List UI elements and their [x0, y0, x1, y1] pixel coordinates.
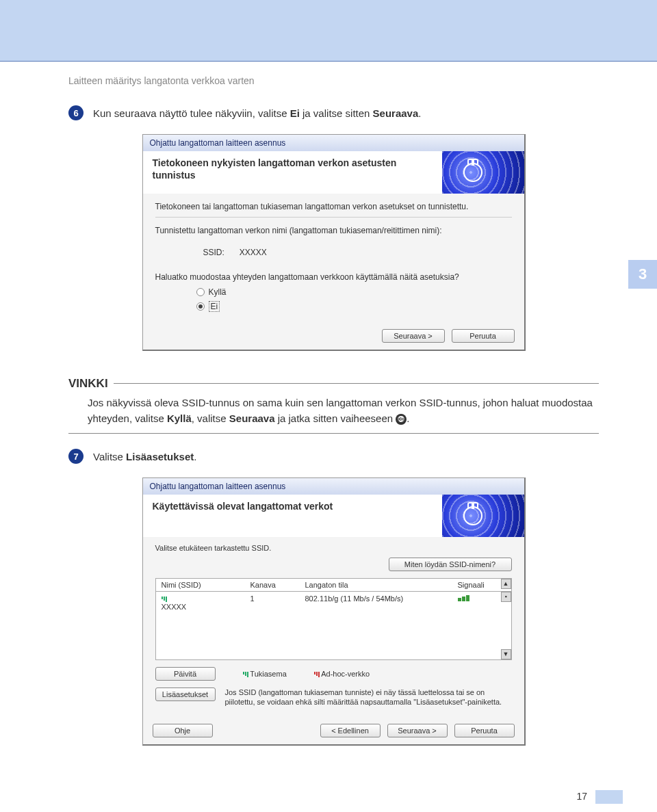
dialog-available-networks: Ohjattu langattoman laitteen asennus Käy… [142, 477, 526, 746]
question-text: Haluatko muodostaa yhteyden langattomaan… [155, 272, 512, 282]
dialog-heading: Tietokoneen nykyisten langattoman verkon… [143, 151, 442, 194]
scroll-track-icon[interactable]: ▪ [501, 592, 511, 602]
radio-yes[interactable]: Kyllä [196, 287, 512, 297]
row-name: XXXXX [162, 594, 250, 611]
dialog-titlebar: Ohjattu langattoman laitteen asennus [143, 478, 524, 495]
next-button[interactable]: Seuraava > [382, 329, 445, 343]
legend-adhoc: Ad-hoc-verkko [314, 670, 370, 678]
dialog-banner: Käytettävissä olevat langattomat verkot [143, 495, 524, 537]
antenna-icon [463, 163, 482, 182]
page-number: 17 [577, 791, 588, 802]
back-button[interactable]: < Edellinen [320, 724, 381, 737]
wireless-logo [442, 495, 524, 537]
dialog-footer: Seuraava > Peruuta [382, 329, 515, 343]
bold-seuraava: Seuraava [229, 412, 275, 424]
row-signal [458, 594, 506, 611]
col-name: Nimi (SSID) [162, 581, 250, 589]
adhoc-icon [314, 672, 320, 677]
dialog-body: Tietokoneen tai langattoman tukiaseman l… [143, 194, 524, 350]
ssid-row: SSID: XXXXX [203, 248, 512, 257]
chapter-tab: 3 [628, 260, 657, 289]
legend-row: Päivitä Tukiasema Ad-hoc-verkko [155, 667, 512, 681]
table-header: Nimi (SSID) Kanava Langaton tila Signaal… [155, 578, 512, 592]
cancel-button[interactable]: Peruuta [452, 329, 515, 343]
scroll-up-icon[interactable]: ▲ [501, 579, 511, 589]
dialog-settings-detection: Ohjattu langattoman laitteen asennus Tie… [142, 134, 526, 351]
step-7: 7 Valitse Lisäasetukset. [68, 449, 599, 465]
tip-title: VINKKI [68, 377, 108, 391]
antenna-icon [463, 506, 482, 525]
page-footer: 17 [0, 790, 657, 812]
subhead: Valitse etukäteen tarkastettu SSID. [155, 544, 512, 552]
how-find-ssid-button[interactable]: Miten löydän SSID-nimeni? [389, 558, 512, 571]
dialog-footer: Ohje < Edellinen Seuraava > Peruuta [153, 724, 515, 737]
advanced-row: Lisäasetukset Jos SSID (langattoman tuki… [155, 687, 512, 707]
advanced-button[interactable]: Lisäasetukset [155, 687, 216, 701]
info-line-1: Tietokoneen tai langattoman tukiaseman l… [155, 202, 512, 211]
step-7-text: Valitse Lisäasetukset. [93, 449, 196, 465]
dialog-banner: Tietokoneen nykyisten langattoman verkon… [143, 151, 524, 194]
col-signal: Signaali [458, 581, 506, 589]
dialog-heading: Käytettävissä olevat langattomat verkot [143, 495, 442, 537]
wireless-logo [442, 151, 524, 194]
step-number-7: 7 [68, 449, 83, 464]
step-number-6: 6 [68, 105, 83, 120]
network-row[interactable]: XXXXX 1 802.11b/g (11 Mb/s / 54Mb/s) [162, 594, 506, 611]
row-mode: 802.11b/g (11 Mb/s / 54Mb/s) [305, 594, 458, 611]
text: Valitse [93, 451, 126, 462]
radio-no[interactable]: Ei [196, 301, 512, 312]
bold-lisaasetukset: Lisäasetukset [126, 451, 194, 462]
text: ja jatka sitten vaiheeseen [275, 412, 396, 424]
network-list[interactable]: XXXXX 1 802.11b/g (11 Mb/s / 54Mb/s) ▪ ▼ [155, 592, 512, 660]
next-button[interactable]: Seuraava > [387, 724, 448, 737]
divider [155, 217, 512, 218]
step-6-text: Kun seuraava näyttö tulee näkyviin, vali… [93, 105, 421, 122]
text: . [407, 412, 409, 424]
refresh-button[interactable]: Päivitä [155, 667, 216, 681]
tip-body: Jos näkyvissä oleva SSID-tunnus on sama … [68, 391, 599, 434]
row-channel: 1 [250, 594, 305, 611]
info-line-2: Tunnistettu langattoman verkon nimi (lan… [155, 226, 512, 235]
radio-yes-label: Kyllä [209, 287, 227, 297]
dialog-body: Valitse etukäteen tarkastettu SSID. Mite… [143, 537, 524, 745]
ssid-value: XXXXX [240, 248, 267, 257]
tip-block: VINKKI Jos näkyvissä oleva SSID-tunnus o… [68, 377, 599, 434]
legend-ap: Tukiasema [243, 670, 287, 678]
network-table: Nimi (SSID) Kanava Langaton tila Signaal… [155, 578, 512, 660]
ap-icon [243, 672, 248, 677]
page-tab [595, 790, 623, 804]
text: Kun seuraava näyttö tulee näkyviin, vali… [93, 107, 290, 119]
radio-no-label: Ei [209, 301, 220, 312]
radio-icon [196, 288, 205, 296]
text: , valitse [192, 412, 229, 424]
page-header: Laitteen määritys langatonta verkkoa var… [68, 75, 599, 86]
step-ref-10-icon: ⓾ [396, 414, 407, 425]
col-channel: Kanava [250, 581, 305, 589]
rule-line [114, 383, 599, 384]
bold-kylla: Kyllä [167, 412, 192, 424]
scroll-down-icon[interactable]: ▼ [501, 649, 511, 659]
bold-seuraava: Seuraava [373, 107, 419, 119]
bold-ei: Ei [290, 107, 300, 119]
radio-icon-selected [196, 302, 205, 311]
top-banner [0, 0, 657, 62]
text: ja valitse sitten [300, 107, 373, 119]
step-6: 6 Kun seuraava näyttö tulee näkyviin, va… [68, 105, 599, 122]
ssid-label: SSID: [203, 248, 237, 257]
cancel-button[interactable]: Peruuta [454, 724, 515, 737]
advanced-info-text: Jos SSID (langattoman tukiaseman tunnist… [225, 687, 512, 707]
help-button[interactable]: Ohje [153, 724, 213, 737]
text: . [418, 107, 421, 119]
dialog-titlebar: Ohjattu langattoman laitteen asennus [143, 135, 524, 151]
col-mode: Langaton tila [305, 581, 458, 589]
signal-icon [162, 597, 250, 602]
text: . [194, 451, 196, 462]
